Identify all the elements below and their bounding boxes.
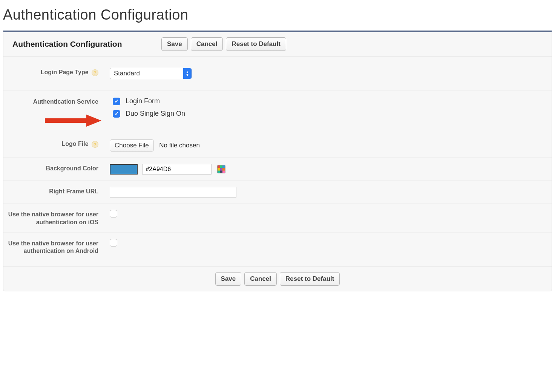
choose-file-button[interactable]: Choose File — [110, 139, 154, 152]
row-right-frame-url: Right Frame URL — [3, 181, 552, 204]
cancel-button[interactable]: Cancel — [244, 272, 277, 286]
row-login-page-type: Login Page Type ? Standard ▲▼ — [3, 58, 552, 91]
save-button[interactable]: Save — [215, 272, 242, 286]
field-col: Choose File No file chosen — [101, 139, 551, 152]
label-col: Login Page Type ? — [4, 67, 101, 77]
save-button[interactable]: Save — [161, 37, 188, 51]
help-icon[interactable]: ? — [92, 141, 98, 148]
label-col: Authentication Service — [4, 96, 101, 106]
field-col — [101, 163, 551, 175]
select-arrows-icon: ▲▼ — [183, 68, 192, 79]
field-col — [101, 186, 551, 198]
svg-marker-0 — [45, 115, 101, 127]
panel-footer: Save Cancel Reset to Default — [3, 266, 552, 291]
row-background-color: Background Color — [3, 158, 552, 181]
panel-header: Authentication Configuration Save Cancel… — [3, 32, 552, 57]
field-col — [101, 209, 551, 219]
duo-sso-checkbox[interactable]: ✓ — [113, 110, 120, 118]
right-frame-url-input[interactable] — [110, 187, 236, 198]
login-page-type-label: Login Page Type — [41, 69, 89, 75]
cancel-button[interactable]: Cancel — [191, 37, 223, 51]
footer-button-row: Save Cancel Reset to Default — [215, 272, 340, 286]
auth-service-option-login-form: ✓ Login Form — [113, 97, 551, 105]
row-authentication-service: Authentication Service ✓ Login Form ✓ Du… — [3, 91, 552, 133]
authentication-service-label: Authentication Service — [33, 98, 98, 105]
login-form-checkbox-label: Login Form — [126, 97, 160, 105]
label-col: Background Color — [4, 163, 101, 173]
background-color-label: Background Color — [46, 165, 98, 172]
background-color-input[interactable] — [142, 164, 212, 175]
label-col: Use the native browser for user authenti… — [4, 209, 101, 227]
label-col: Logo File ? — [4, 139, 101, 148]
panel-header-title: Authentication Configuration — [12, 39, 154, 49]
native-ios-checkbox[interactable] — [110, 210, 117, 217]
form-body: Login Page Type ? Standard ▲▼ Authentica… — [3, 57, 552, 266]
help-icon[interactable]: ? — [92, 69, 98, 76]
login-page-type-select[interactable]: Standard ▲▼ — [110, 68, 192, 79]
label-col: Right Frame URL — [4, 186, 101, 196]
field-col: Standard ▲▼ — [101, 67, 551, 79]
background-color-swatch[interactable] — [110, 164, 138, 175]
select-value: Standard — [110, 70, 183, 77]
label-col: Use the native browser for user authenti… — [4, 238, 101, 256]
row-logo-file: Logo File ? Choose File No file chosen — [3, 133, 552, 158]
logo-file-label: Logo File — [61, 141, 88, 147]
native-ios-label: Use the native browser for user authenti… — [8, 211, 98, 225]
auth-service-option-duo-sso: ✓ Duo Single Sign On — [113, 110, 551, 118]
header-button-row: Save Cancel Reset to Default — [161, 37, 286, 51]
field-col: ✓ Login Form ✓ Duo Single Sign On — [101, 96, 551, 118]
config-panel: Authentication Configuration Save Cancel… — [3, 31, 552, 291]
right-frame-url-label: Right Frame URL — [49, 188, 98, 194]
color-picker-icon[interactable] — [217, 165, 225, 173]
field-col — [101, 238, 551, 248]
page-title: Authentication Configuration — [3, 7, 552, 23]
file-chosen-status: No file chosen — [159, 142, 200, 149]
native-android-label: Use the native browser for user authenti… — [8, 240, 98, 254]
row-native-ios: Use the native browser for user authenti… — [3, 204, 552, 233]
login-form-checkbox[interactable]: ✓ — [113, 98, 120, 105]
native-android-checkbox[interactable] — [110, 239, 117, 247]
row-native-android: Use the native browser for user authenti… — [3, 233, 552, 267]
duo-sso-checkbox-label: Duo Single Sign On — [126, 110, 185, 118]
reset-to-default-button[interactable]: Reset to Default — [280, 272, 340, 286]
reset-to-default-button[interactable]: Reset to Default — [226, 37, 286, 51]
annotation-arrow-icon — [45, 113, 101, 128]
